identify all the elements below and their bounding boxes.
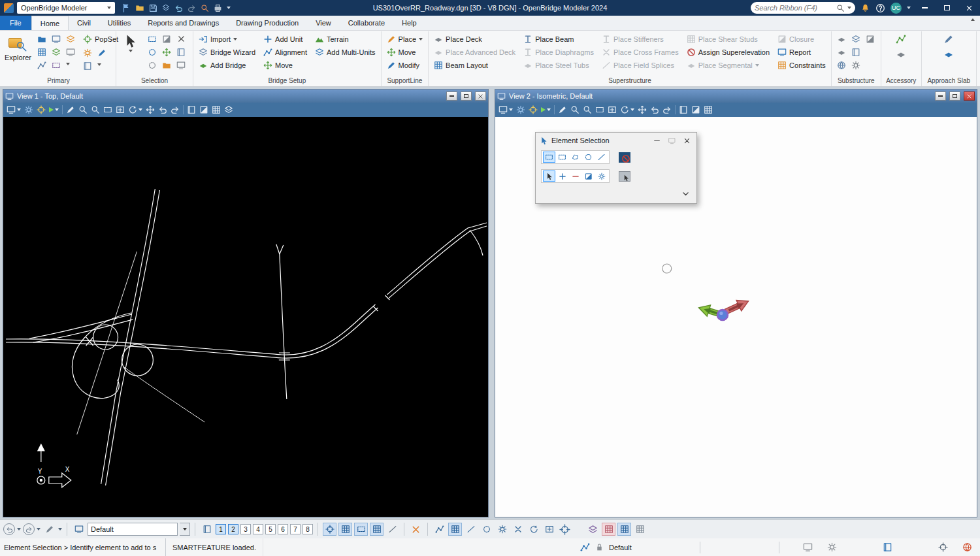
copy-view-button[interactable] xyxy=(186,104,197,116)
snap-intersection-button[interactable] xyxy=(511,523,525,536)
view-tools-more-button[interactable] xyxy=(223,104,235,116)
mode-overlap-button[interactable] xyxy=(595,171,608,182)
window-restore-button[interactable] xyxy=(938,1,955,14)
properties-icon[interactable] xyxy=(81,59,94,72)
window-area-button[interactable] xyxy=(102,104,114,116)
fence-tools-icon[interactable] xyxy=(160,33,173,45)
beam-layout-button[interactable]: Beam Layout xyxy=(432,59,517,72)
snap-origin-button[interactable] xyxy=(495,523,509,536)
add-multi-units-button[interactable]: Add Multi-Units xyxy=(313,46,378,59)
view-toggle-1[interactable]: 1 xyxy=(216,524,226,534)
update-view-button[interactable] xyxy=(557,104,568,116)
select-circle-button[interactable] xyxy=(582,152,595,163)
redo-icon[interactable] xyxy=(188,4,196,12)
back-history-chevron-icon[interactable] xyxy=(17,528,21,531)
view1-minimize-button[interactable] xyxy=(446,91,457,101)
popset-button[interactable]: PopSet xyxy=(81,33,120,46)
explorer-shortcut-icon[interactable] xyxy=(201,4,209,12)
selection-set-icon[interactable] xyxy=(580,542,590,552)
view1-titlebar[interactable]: View 1 - Top, Default xyxy=(3,90,488,103)
select-line-button[interactable] xyxy=(595,152,608,163)
zoom-out-button[interactable] xyxy=(581,104,593,116)
mode-inside-button[interactable] xyxy=(582,171,595,182)
view-toggle-6[interactable]: 6 xyxy=(278,524,288,534)
point-clouds-icon[interactable] xyxy=(35,59,48,71)
update-view-button[interactable] xyxy=(65,104,76,116)
active-settings-icon[interactable] xyxy=(827,542,837,552)
place-field-splices-button[interactable]: Place Field Splices xyxy=(600,59,681,72)
explorer-button[interactable]: Explorer xyxy=(5,33,31,61)
locate-target-button[interactable] xyxy=(558,523,572,536)
select-block-button[interactable] xyxy=(556,152,568,163)
tab-drawing-production[interactable]: Drawing Production xyxy=(227,16,307,30)
adjust-brightness-button[interactable] xyxy=(35,104,47,116)
dialog-pin-button[interactable] xyxy=(666,135,678,146)
element-selection-button[interactable] xyxy=(120,33,142,52)
place-abutment-icon[interactable] xyxy=(849,33,862,45)
clipboard-icon[interactable] xyxy=(174,59,188,71)
assign-superelevation-button[interactable]: Assign Superelevation xyxy=(685,46,772,59)
pan-view-button[interactable] xyxy=(636,104,648,116)
manage-view-groups-button[interactable] xyxy=(200,523,214,536)
select-shape-button[interactable] xyxy=(569,152,581,163)
place-diaphragms-button[interactable]: Place Diaphragms xyxy=(521,46,596,59)
accudraw-compass-button[interactable] xyxy=(409,523,423,536)
default-lighting-button[interactable] xyxy=(586,523,600,536)
place-bearing-icon[interactable] xyxy=(864,33,877,45)
view-toggle-4[interactable]: 4 xyxy=(253,524,263,534)
level-display-icon[interactable] xyxy=(35,46,48,58)
view-toggle-3[interactable]: 3 xyxy=(240,524,251,534)
help-icon[interactable] xyxy=(875,3,885,13)
toggle-accusnap-button[interactable] xyxy=(323,523,336,536)
ribbon-search[interactable] xyxy=(751,2,855,14)
window-minimize-button[interactable] xyxy=(916,1,933,14)
markups-icon[interactable] xyxy=(95,46,108,59)
tab-civil[interactable]: Civil xyxy=(69,16,99,30)
place-barrier-icon[interactable] xyxy=(894,48,907,60)
select-scope-icon[interactable] xyxy=(938,542,948,552)
details-icon[interactable] xyxy=(81,46,94,59)
fit-view-button[interactable] xyxy=(114,104,126,116)
attach-tools-icon[interactable] xyxy=(35,33,48,45)
paste-icon[interactable] xyxy=(160,59,173,71)
primary-more-chevron-icon[interactable] xyxy=(66,63,70,65)
place-steel-tubs-button[interactable]: Place Steel Tubs xyxy=(521,59,596,72)
pan-view-button[interactable] xyxy=(144,104,156,116)
select-by-attributes-icon[interactable] xyxy=(146,33,159,45)
run-animation-button[interactable] xyxy=(540,104,552,116)
terrain-button[interactable]: Terrain xyxy=(313,33,378,46)
place-supportline-button[interactable]: Place xyxy=(385,33,425,46)
grid-config-button[interactable] xyxy=(617,523,631,536)
bridge-move-button[interactable]: Move xyxy=(261,59,309,72)
view1-canvas[interactable]: Y X xyxy=(3,117,488,517)
clip-volume-button[interactable] xyxy=(690,104,702,116)
adjust-brightness-button[interactable] xyxy=(527,104,539,116)
tab-utilities[interactable]: Utilities xyxy=(99,16,139,30)
view2-close-button[interactable] xyxy=(964,91,975,101)
view-attributes-button[interactable] xyxy=(23,104,35,116)
add-bridge-button[interactable]: Add Bridge xyxy=(197,59,257,72)
move-supportline-button[interactable]: Move xyxy=(385,46,425,59)
snap-nearest-button[interactable] xyxy=(433,523,446,536)
view-toggle-7[interactable]: 7 xyxy=(290,524,301,534)
mode-subtract-button[interactable] xyxy=(569,171,581,182)
view2-minimize-button[interactable] xyxy=(935,91,946,101)
drop-element-icon[interactable] xyxy=(174,33,188,45)
move-parallel-icon[interactable] xyxy=(160,46,173,58)
select-all-button[interactable] xyxy=(619,171,630,182)
forward-history-chevron-icon[interactable] xyxy=(37,528,41,531)
report-button[interactable]: Report xyxy=(776,46,828,59)
help-book-icon[interactable] xyxy=(883,542,892,552)
view2-restore-button[interactable] xyxy=(949,91,960,101)
models-icon[interactable] xyxy=(50,33,63,45)
toggle-locks-button[interactable] xyxy=(370,523,384,536)
element-selection-dialog-titlebar[interactable]: Element Selection xyxy=(536,133,696,148)
mesh-display-button[interactable] xyxy=(633,523,647,536)
zoom-out-button[interactable] xyxy=(90,104,101,116)
edit-supports-icon[interactable] xyxy=(835,59,848,71)
place-shear-studs-button[interactable]: Place Shear Studs xyxy=(685,33,772,46)
place-approach-slab-icon[interactable] xyxy=(942,48,955,60)
page-layout-icon[interactable] xyxy=(803,542,813,552)
place-beam-button[interactable]: Place Beam xyxy=(521,33,596,46)
run-animation-button[interactable] xyxy=(48,104,60,116)
